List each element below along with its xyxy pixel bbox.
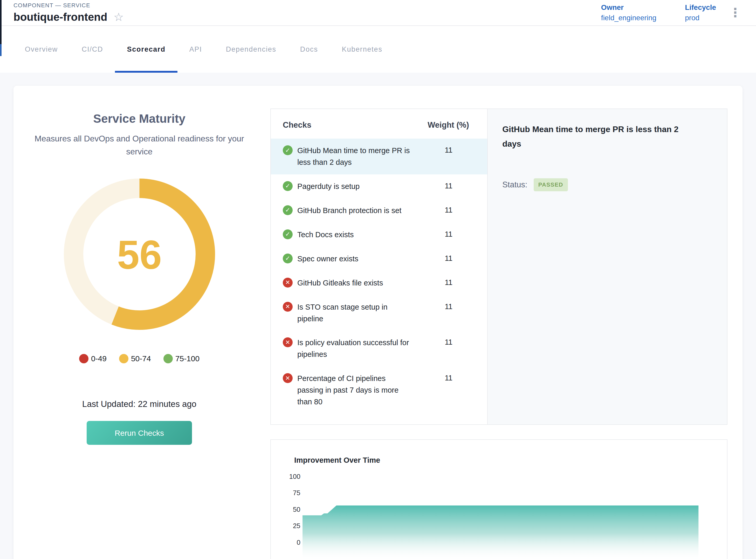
check-row-weight: 11 [428, 278, 482, 287]
tab-docs[interactable]: Docs [288, 26, 330, 73]
check-row-weight: 11 [428, 254, 482, 263]
improvement-chart-card: Improvement Over Time 100755025014 Sep16… [270, 439, 728, 559]
legend-label: 75-100 [175, 354, 200, 363]
x-circle-icon: ✕ [283, 278, 293, 288]
tab-label: Docs [300, 45, 318, 53]
check-row-weight: 11 [428, 374, 482, 382]
check-row-weight: 11 [428, 206, 482, 214]
last-updated-text: Last Updated: 22 minutes ago [21, 399, 257, 409]
score-area-series [302, 506, 698, 559]
check-row-weight: 11 [428, 302, 482, 311]
scorecard-content: Service Maturity Measures all DevOps and… [0, 73, 756, 559]
window-edge-accent [0, 44, 2, 56]
legend-item: 50-74 [119, 354, 151, 363]
owner-value[interactable]: field_engineering [601, 14, 656, 22]
x-circle-icon: ✕ [283, 337, 293, 347]
tab-label: Overview [25, 45, 58, 53]
entity-heading: COMPONENT — SERVICE boutique-frontend ☆ [14, 2, 124, 23]
tab-overview[interactable]: Overview [13, 26, 70, 73]
maturity-title: Service Maturity [21, 112, 257, 126]
weight-column-header: Weight (%) [428, 120, 482, 130]
owner-block: Owner field_engineering [601, 3, 656, 22]
check-row-label: GitHub Branch protection is set [297, 205, 423, 217]
legend-dot-50-74 [119, 354, 129, 363]
check-row[interactable]: ✓GitHub Mean time to merge PR is less th… [271, 139, 487, 174]
tab-scorecard[interactable]: Scorecard [115, 26, 177, 73]
check-circle-icon: ✓ [283, 181, 293, 191]
check-row-label: Is STO scan stage setup in pipeline [297, 301, 423, 325]
status-badge: PASSED [534, 178, 568, 191]
check-row-label: Tech Docs exists [297, 229, 423, 241]
check-row[interactable]: ✓Spec owner exists11 [271, 247, 487, 271]
window-edge-dark [0, 0, 2, 44]
favorite-star-icon[interactable]: ☆ [114, 12, 124, 23]
check-detail-title: GitHub Mean time to merge PR is less tha… [502, 122, 689, 151]
legend-item: 75-100 [163, 354, 200, 363]
check-row[interactable]: ✕Is policy evaluation successful for pip… [271, 331, 487, 366]
check-row[interactable]: ✓Pagerduty is setup11 [271, 174, 487, 199]
tab-api[interactable]: API [178, 26, 214, 73]
page-title: boutique-frontend [14, 11, 108, 23]
checks-list: Checks Weight (%) ✓GitHub Mean time to m… [271, 109, 487, 424]
check-row-weight: 11 [428, 338, 482, 346]
check-row-label: GitHub Mean time to merge PR is less tha… [297, 145, 423, 168]
owner-label: Owner [601, 3, 656, 12]
check-circle-icon: ✓ [283, 145, 293, 155]
chart-title: Improvement Over Time [294, 456, 713, 465]
check-row[interactable]: ✓Tech Docs exists11 [271, 223, 487, 247]
legend-item: 0-49 [79, 354, 107, 363]
breadcrumb: COMPONENT — SERVICE [14, 2, 124, 9]
check-row-label: Percentage of CI pipelines passing in pa… [297, 373, 423, 408]
status-label: Status: [502, 180, 527, 189]
maturity-subtitle: Measures all DevOps and Operational read… [25, 132, 253, 158]
more-menu-icon[interactable]: ⋮ [729, 6, 741, 19]
legend-label: 0-49 [91, 354, 107, 363]
check-row-weight: 11 [428, 230, 482, 239]
tab-label: Dependencies [226, 45, 276, 53]
tab-label: CI/CD [82, 45, 103, 53]
check-circle-icon: ✓ [283, 205, 293, 215]
x-circle-icon: ✕ [283, 373, 293, 383]
checks-card: Checks Weight (%) ✓GitHub Mean time to m… [270, 109, 728, 425]
legend-dot-0-49 [79, 354, 89, 363]
check-circle-icon: ✓ [283, 229, 293, 239]
lifecycle-block: Lifecycle prod [685, 3, 716, 22]
improvement-chart: 100755025014 Sep16 Sep18 Sep20 Sep22 Sep… [284, 472, 713, 559]
check-row-label: Spec owner exists [297, 253, 423, 265]
tab-ci-cd[interactable]: CI/CD [70, 26, 115, 73]
top-bar: COMPONENT — SERVICE boutique-frontend ☆ … [0, 0, 756, 26]
y-axis-tick: 50 [293, 506, 300, 513]
y-axis-tick: 100 [289, 473, 300, 480]
check-row[interactable]: ✕Is STO scan stage setup in pipeline11 [271, 295, 487, 331]
check-row[interactable]: ✕GitHub Gitleaks file exists11 [271, 271, 487, 295]
y-axis-tick: 0 [297, 539, 300, 546]
checks-column-header: Checks [283, 120, 428, 130]
lifecycle-value: prod [685, 14, 716, 22]
rerun-checks-button[interactable]: Rerun Checks [87, 421, 192, 445]
check-row-label: Pagerduty is setup [297, 181, 423, 192]
tab-bar: OverviewCI/CDScorecardAPIDependenciesDoc… [0, 26, 756, 73]
check-row[interactable]: ✕Percentage of CI pipelines passing in p… [271, 366, 487, 414]
check-row-weight: 11 [428, 146, 482, 154]
check-row-weight: 11 [428, 182, 482, 190]
score-value: 56 [117, 232, 162, 277]
maturity-panel: Service Maturity Measures all DevOps and… [21, 104, 257, 559]
legend-dot-75-100 [163, 354, 173, 363]
x-circle-icon: ✕ [283, 302, 293, 312]
check-row-label: Is policy evaluation successful for pipe… [297, 337, 423, 360]
y-axis-tick: 75 [293, 489, 300, 497]
tab-kubernetes[interactable]: Kubernetes [330, 26, 394, 73]
check-row[interactable]: ✓GitHub Branch protection is set11 [271, 199, 487, 223]
legend-label: 50-74 [131, 354, 151, 363]
score-legend: 0-4950-7475-100 [21, 354, 257, 363]
checks-panel: Checks Weight (%) ✓GitHub Mean time to m… [270, 104, 728, 559]
checks-list-header: Checks Weight (%) [271, 109, 487, 139]
tab-label: Kubernetes [342, 45, 383, 53]
y-axis-tick: 25 [293, 522, 300, 530]
check-detail-panel: GitHub Mean time to merge PR is less tha… [487, 109, 727, 424]
score-donut: 56 [64, 178, 215, 331]
tab-dependencies[interactable]: Dependencies [214, 26, 288, 73]
lifecycle-label: Lifecycle [685, 3, 716, 12]
scorecard-card: Service Maturity Measures all DevOps and… [14, 86, 742, 559]
tab-label: Scorecard [127, 45, 165, 53]
